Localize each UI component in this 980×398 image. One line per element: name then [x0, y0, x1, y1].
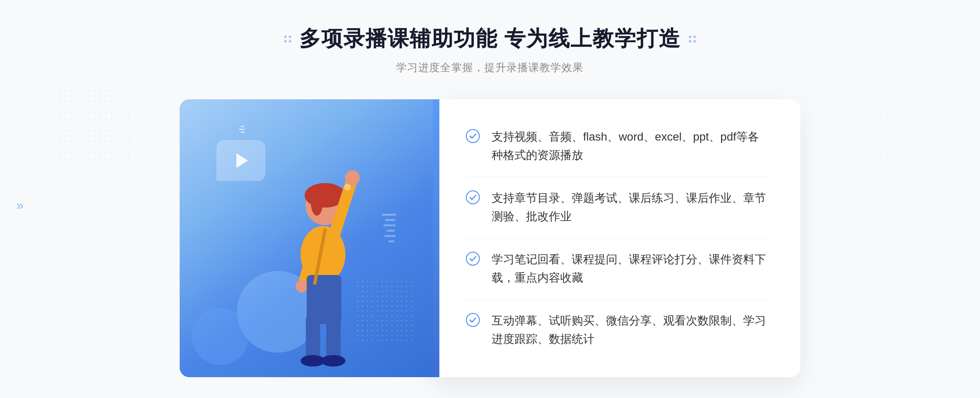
chevron-left-icon: » [16, 197, 24, 212]
page-wrapper: » 多项录播课辅助功能 专为线上教学打造 学习进度全掌握，提升录播课教学效果 [0, 0, 980, 398]
check-icon-3 [466, 251, 480, 266]
divider-3 [466, 300, 768, 300]
divider-2 [466, 238, 768, 238]
content-area: 支持视频、音频、flash、word、excel、ppt、pdf等各种格式的资源… [163, 99, 817, 377]
svg-point-3 [311, 187, 323, 216]
svg-point-17 [466, 252, 479, 265]
svg-point-7 [296, 280, 308, 293]
main-title: 多项录播课辅助功能 专为线上教学打造 [299, 25, 681, 53]
feature-item-4: 互动弹幕、试听购买、微信分享、观看次数限制、学习进度跟踪、数据统计 [466, 312, 768, 349]
feature-text-2: 支持章节目录、弹题考试、课后练习、课后作业、章节测验、批改作业 [492, 189, 768, 226]
left-arrow-decoration: » [16, 197, 24, 212]
feature-item-2: 支持章节目录、弹题考试、课后练习、课后作业、章节测验、批改作业 [466, 189, 768, 226]
deco-dots-right [689, 36, 696, 42]
svg-point-14 [344, 184, 351, 190]
feature-text-4: 互动弹幕、试听购买、微信分享、观看次数限制、学习进度跟踪、数据统计 [492, 312, 768, 349]
feature-item-3: 学习笔记回看、课程提问、课程评论打分、课件资料下载，重点内容收藏 [466, 250, 768, 287]
title-row: 多项录播课辅助功能 专为线上教学打造 [284, 25, 696, 53]
svg-point-18 [466, 313, 479, 326]
page-header: 多项录播课辅助功能 专为线上教学打造 学习进度全掌握，提升录播课教学效果 [284, 25, 696, 75]
circle-medium [192, 308, 249, 365]
dots-left [57, 82, 131, 163]
divider-1 [466, 177, 768, 177]
illustration-panel [180, 99, 433, 377]
deco-dots-left [284, 36, 291, 42]
lines-decoration [382, 214, 396, 242]
ray-2 [239, 129, 245, 130]
svg-rect-9 [306, 316, 320, 361]
ray-1 [241, 126, 245, 127]
feature-item-1: 支持视频、音频、flash、word、excel、ppt、pdf等各种格式的资源… [466, 128, 768, 165]
features-panel: 支持视频、音频、flash、word、excel、ppt、pdf等各种格式的资源… [433, 99, 800, 377]
check-icon-4 [466, 313, 480, 327]
feature-text-1: 支持视频、音频、flash、word、excel、ppt、pdf等各种格式的资源… [492, 128, 768, 165]
svg-point-5 [345, 170, 360, 185]
ray-3 [241, 132, 245, 133]
play-icon [236, 153, 248, 168]
svg-point-16 [466, 191, 479, 204]
svg-point-12 [321, 355, 345, 367]
dots-right [849, 82, 923, 163]
svg-point-15 [466, 130, 479, 143]
light-rays [239, 126, 245, 133]
check-icon-1 [466, 129, 480, 143]
check-icon-2 [466, 190, 480, 205]
svg-rect-10 [326, 316, 341, 361]
feature-text-3: 学习笔记回看、课程提问、课程评论打分、课件资料下载，重点内容收藏 [492, 250, 768, 287]
side-blue-bar [433, 99, 439, 377]
page-subtitle: 学习进度全掌握，提升录播课教学效果 [284, 60, 696, 75]
human-figure [258, 140, 380, 377]
